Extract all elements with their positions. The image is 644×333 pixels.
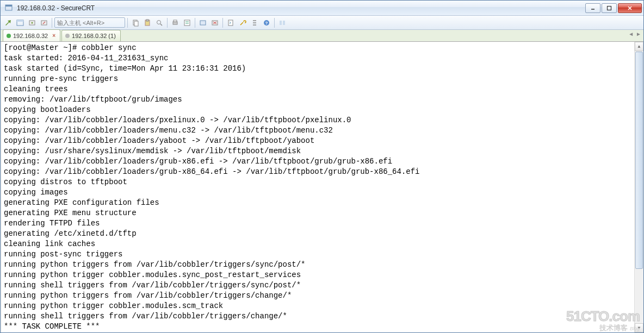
svg-rect-30 <box>283 21 285 25</box>
terminal-line: running shell triggers from /var/lib/cob… <box>4 280 632 291</box>
terminal-line: copying distros to tftpboot <box>4 177 632 187</box>
svg-rect-14 <box>146 20 148 21</box>
tab-close-icon[interactable]: × <box>52 33 55 39</box>
svg-rect-3 <box>608 6 611 10</box>
tab-next-icon[interactable]: ► <box>636 31 641 37</box>
options-icon[interactable] <box>249 17 260 28</box>
connect-icon[interactable] <box>27 17 38 28</box>
svg-rect-17 <box>173 22 177 24</box>
toolbar-separator <box>195 18 195 28</box>
toolbar-separator <box>52 18 52 28</box>
terminal-line: running shell triggers from /var/lib/cob… <box>4 311 632 322</box>
terminal-line: generating /etc/xinetd.d/tftp <box>4 229 632 239</box>
properties-icon[interactable] <box>182 17 193 28</box>
svg-text:?: ? <box>265 21 268 26</box>
status-dot-icon <box>65 34 70 38</box>
tools-icon[interactable] <box>237 17 248 28</box>
toolbar: ? <box>1 16 643 30</box>
app-icon <box>4 4 13 12</box>
terminal-line: copying: /var/lib/cobbler/loaders/yaboot… <box>4 136 632 146</box>
session-tab-active[interactable]: 192.168.0.32 × <box>3 29 60 41</box>
session-tab[interactable]: 192.168.0.32 (1) <box>61 30 121 41</box>
terminal-line: copying: /var/lib/cobbler/loaders/grub-x… <box>4 167 632 177</box>
terminal-line: running python triggers from /var/lib/co… <box>4 291 632 301</box>
terminal-line: running python triggers from /var/lib/co… <box>4 260 632 270</box>
toolbar-separator <box>167 18 168 28</box>
terminal-line: copying images <box>4 187 632 198</box>
find-icon[interactable] <box>154 17 165 28</box>
terminal-line: copying: /usr/share/syslinux/memdisk -> … <box>4 146 632 156</box>
tab-prev-icon[interactable]: ◄ <box>628 31 634 37</box>
scroll-down-icon[interactable]: ▼ <box>635 323 643 332</box>
status-dot-icon <box>7 34 11 38</box>
reconnect-icon[interactable] <box>39 17 49 28</box>
terminal-line: cleaning link caches <box>4 239 632 249</box>
window-controls <box>585 3 642 13</box>
toolbar-separator <box>127 18 128 28</box>
terminal-line: copying: /var/lib/cobbler/loaders/menu.c… <box>4 125 632 136</box>
tabbar: 192.168.0.32 × 192.168.0.32 (1) ◄ ► <box>1 30 643 42</box>
scroll-thumb[interactable] <box>635 52 643 269</box>
terminal-line: task started: 2016-04-11_231631_sync <box>4 53 632 64</box>
toolbar-separator <box>274 18 275 28</box>
svg-rect-22 <box>200 21 206 25</box>
svg-point-9 <box>32 22 33 23</box>
host-input[interactable] <box>54 17 125 28</box>
paste-icon[interactable] <box>142 17 153 28</box>
terminal-line: copying bootloaders <box>4 105 632 115</box>
terminal-line: removing: /var/lib/tftpboot/grub/images <box>4 95 632 105</box>
svg-rect-12 <box>134 21 138 26</box>
tab-nav: ◄ ► <box>628 31 641 37</box>
close-button[interactable] <box>618 3 642 13</box>
terminal-output[interactable]: [root@Master ~]# cobbler synctask starte… <box>2 42 634 332</box>
app-window: 192.168.0.32 - SecureCRT ? <box>0 0 644 333</box>
terminal-line: generating PXE configuration files <box>4 198 632 208</box>
terminal-line: rendering TFTPD files <box>4 218 632 229</box>
svg-rect-1 <box>5 5 12 7</box>
terminal-line: copying: /var/lib/cobbler/loaders/pxelin… <box>4 115 632 125</box>
terminal-line: *** TASK COMPLETE *** <box>4 322 632 332</box>
terminal-line: running pre-sync triggers <box>4 74 632 84</box>
svg-point-15 <box>157 20 161 24</box>
terminal-line: cleaning trees <box>4 84 632 95</box>
titlebar: 192.168.0.32 - SecureCRT <box>1 1 643 16</box>
disconnect-icon[interactable] <box>209 17 220 28</box>
terminal-line: generating PXE menu structure <box>4 208 632 218</box>
vertical-scrollbar[interactable]: ▲ ▼ <box>634 42 643 332</box>
terminal-line: running python trigger cobbler.modules.s… <box>4 270 632 280</box>
toolbar-separator <box>222 18 223 28</box>
minimize-button[interactable] <box>585 3 600 13</box>
maximize-button[interactable] <box>602 3 617 13</box>
scroll-up-icon[interactable]: ▲ <box>635 42 643 51</box>
terminal-area: [root@Master ~]# cobbler synctask starte… <box>1 42 643 332</box>
terminal-line: [root@Master ~]# cobbler sync <box>4 43 632 53</box>
toggle-view-icon[interactable] <box>277 17 288 28</box>
quick-connect-icon[interactable] <box>3 17 14 28</box>
script-icon[interactable] <box>225 17 236 28</box>
copy-icon[interactable] <box>130 17 141 28</box>
svg-line-16 <box>160 24 162 26</box>
svg-rect-19 <box>184 20 190 26</box>
new-session-icon[interactable] <box>197 17 208 28</box>
terminal-line: running python trigger cobbler.modules.s… <box>4 301 632 311</box>
print-icon[interactable] <box>170 17 181 28</box>
terminal-line: task started (id=Sync, time=Mon Apr 11 2… <box>4 64 632 74</box>
tab-label: 192.168.0.32 (1) <box>72 33 116 39</box>
svg-rect-7 <box>17 20 23 22</box>
help-icon[interactable]: ? <box>261 17 272 28</box>
terminal-line: running post-sync triggers <box>4 249 632 260</box>
session-manager-icon[interactable] <box>15 17 26 28</box>
tab-label: 192.168.0.32 <box>13 33 48 39</box>
window-title: 192.168.0.32 - SecureCRT <box>16 4 585 12</box>
svg-rect-29 <box>280 21 282 25</box>
terminal-line: copying: /var/lib/cobbler/loaders/grub-x… <box>4 156 632 167</box>
svg-rect-18 <box>174 20 177 22</box>
